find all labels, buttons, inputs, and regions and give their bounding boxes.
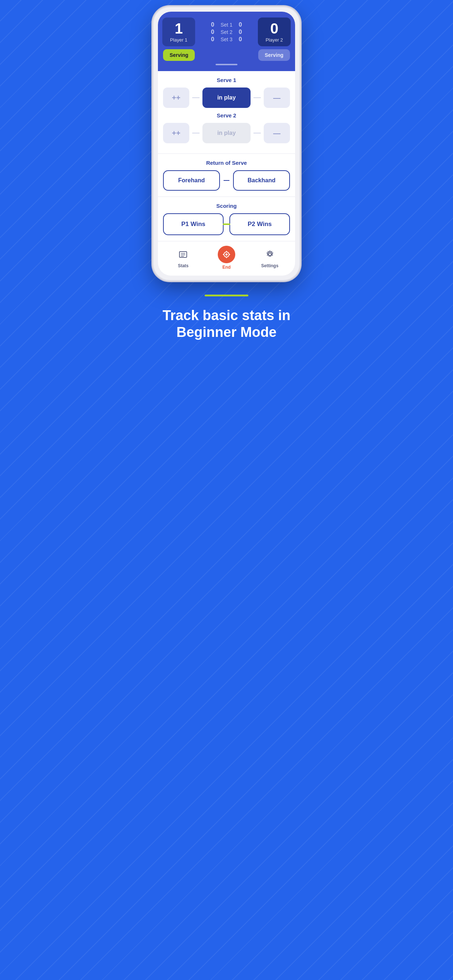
serve1-minus-button[interactable]: — xyxy=(264,88,290,108)
page-wrapper: 1 Player 1 0 Set 1 0 0 Set 2 0 xyxy=(143,0,310,366)
set3-label: Set 3 xyxy=(220,37,233,42)
nav-item-settings[interactable]: Settings xyxy=(248,247,292,268)
set2-p2-score: 0 xyxy=(237,29,244,35)
headline-line1: Track basic stats in xyxy=(163,308,291,323)
stats-label: Stats xyxy=(178,263,188,268)
serve1-section: Serve 1 ++ in play — Serve 2 ++ in play … xyxy=(158,71,295,154)
sets-column: 0 Set 1 0 0 Set 2 0 0 Set 3 0 xyxy=(195,22,258,43)
player2-score: 0 xyxy=(263,21,286,36)
set1-p1-score: 0 xyxy=(209,22,216,28)
serve2-buttons-row: ++ in play — xyxy=(163,123,290,143)
serve2-title: Serve 2 xyxy=(163,112,290,118)
score-header: 1 Player 1 0 Set 1 0 0 Set 2 0 xyxy=(158,12,295,71)
player1-score: 1 xyxy=(167,21,190,36)
serve1-status-button[interactable]: in play xyxy=(203,88,250,108)
scoring-section: Scoring P1 Wins P2 Wins xyxy=(158,197,295,241)
svg-point-5 xyxy=(225,253,228,256)
p1-wins-button[interactable]: P1 Wins xyxy=(163,213,223,235)
bottom-text-section: Track basic stats in Beginner Mode xyxy=(143,280,310,352)
serve1-title: Serve 1 xyxy=(163,77,290,83)
serve2-status-button[interactable]: in play xyxy=(203,123,250,143)
score-row: 1 Player 1 0 Set 1 0 0 Set 2 0 xyxy=(162,18,291,46)
serving-p1-button[interactable]: Serving xyxy=(163,49,195,61)
scoring-buttons-row: P1 Wins P2 Wins xyxy=(163,213,290,235)
nav-item-stats[interactable]: Stats xyxy=(161,247,205,268)
set3-p1-score: 0 xyxy=(209,36,216,43)
serve2-minus-button[interactable]: — xyxy=(264,123,290,143)
serve1-buttons-row: ++ in play — xyxy=(163,88,290,108)
scoring-connector xyxy=(223,223,230,225)
settings-icon xyxy=(263,247,277,262)
set2-p1-score: 0 xyxy=(209,29,216,35)
phone-frame: 1 Player 1 0 Set 1 0 0 Set 2 0 xyxy=(153,7,300,280)
serve2-plus-button[interactable]: ++ xyxy=(163,123,189,143)
accent-line xyxy=(205,294,248,296)
headline: Track basic stats in Beginner Mode xyxy=(153,307,300,340)
end-icon xyxy=(218,246,235,263)
set2-row: 0 Set 2 0 xyxy=(209,29,244,35)
set2-label: Set 2 xyxy=(220,29,233,35)
set1-p2-score: 0 xyxy=(237,22,244,28)
end-label: End xyxy=(222,265,231,270)
player1-score-box: 1 Player 1 xyxy=(162,18,195,46)
player2-score-box: 0 Player 2 xyxy=(258,18,291,46)
serving-p2-button[interactable]: Serving xyxy=(258,49,290,61)
drag-handle xyxy=(162,64,291,65)
set3-p2-score: 0 xyxy=(237,36,244,43)
bottom-nav: Stats End xyxy=(158,241,295,275)
serve2-connector-right xyxy=(254,133,261,134)
serving-row: Serving Serving xyxy=(162,49,291,61)
backhand-button[interactable]: Backhand xyxy=(233,170,290,191)
forehand-button[interactable]: Forehand xyxy=(163,170,220,191)
return-buttons-row: Forehand Backhand xyxy=(163,170,290,191)
p2-wins-button[interactable]: P2 Wins xyxy=(230,213,290,235)
settings-label: Settings xyxy=(261,263,278,268)
serve1-connector-left xyxy=(192,97,199,98)
stats-icon xyxy=(176,247,190,262)
return-connector-line xyxy=(223,180,230,181)
set1-row: 0 Set 1 0 xyxy=(209,22,244,28)
serve2-connector-left xyxy=(192,133,199,134)
player1-name: Player 1 xyxy=(167,37,190,43)
return-connector xyxy=(223,170,230,191)
return-serve-title: Return of Serve xyxy=(163,160,290,166)
headline-line2: Beginner Mode xyxy=(177,325,276,340)
serve1-plus-button[interactable]: ++ xyxy=(163,88,189,108)
set1-label: Set 1 xyxy=(220,22,233,28)
phone-inner: 1 Player 1 0 Set 1 0 0 Set 2 0 xyxy=(158,12,295,275)
nav-item-end[interactable]: End xyxy=(205,246,248,270)
set3-row: 0 Set 3 0 xyxy=(209,36,244,43)
player2-name: Player 2 xyxy=(263,37,286,43)
scoring-title: Scoring xyxy=(163,203,290,209)
return-serve-section: Return of Serve Forehand Backhand xyxy=(158,154,295,197)
serve1-connector-right xyxy=(254,97,261,98)
drag-handle-bar xyxy=(215,64,238,65)
